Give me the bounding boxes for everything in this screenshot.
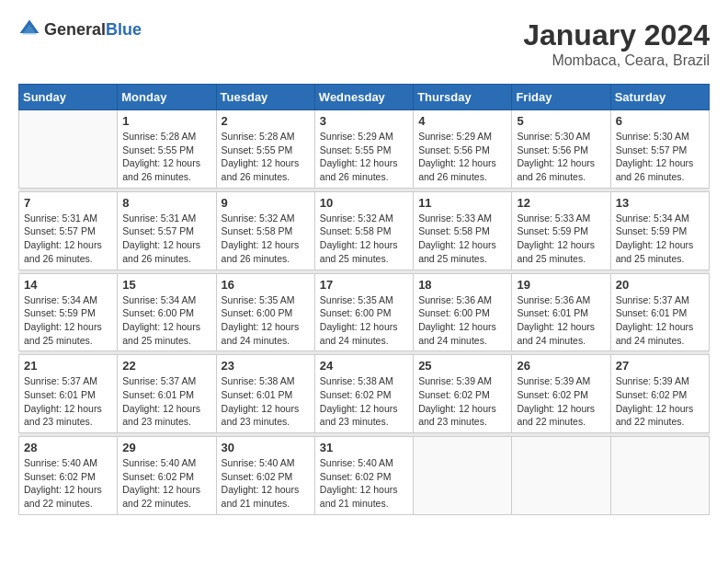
day-info: Sunrise: 5:36 AM Sunset: 6:00 PM Dayligh… xyxy=(418,293,506,348)
calendar-cell: 3Sunrise: 5:29 AM Sunset: 5:55 PM Daylig… xyxy=(314,110,413,189)
day-info: Sunrise: 5:40 AM Sunset: 6:02 PM Dayligh… xyxy=(24,456,112,511)
day-number: 15 xyxy=(122,278,210,292)
calendar-week-3: 14Sunrise: 5:34 AM Sunset: 5:59 PM Dayli… xyxy=(19,273,710,351)
day-info: Sunrise: 5:36 AM Sunset: 6:01 PM Dayligh… xyxy=(517,293,605,348)
day-number: 9 xyxy=(222,196,310,210)
day-info: Sunrise: 5:35 AM Sunset: 6:00 PM Dayligh… xyxy=(222,293,310,348)
calendar-cell: 11Sunrise: 5:33 AM Sunset: 5:58 PM Dayli… xyxy=(414,191,512,270)
calendar-cell xyxy=(414,437,512,515)
day-number: 17 xyxy=(320,278,408,292)
day-number: 11 xyxy=(418,196,506,210)
day-number: 26 xyxy=(517,359,605,373)
calendar-cell: 17Sunrise: 5:35 AM Sunset: 6:00 PM Dayli… xyxy=(314,273,413,351)
day-info: Sunrise: 5:34 AM Sunset: 5:59 PM Dayligh… xyxy=(24,293,112,348)
day-number: 29 xyxy=(122,441,210,454)
calendar-cell: 4Sunrise: 5:29 AM Sunset: 5:56 PM Daylig… xyxy=(414,110,512,189)
header-row: Sunday Monday Tuesday Wednesday Thursday… xyxy=(19,85,710,110)
calendar-cell: 15Sunrise: 5:34 AM Sunset: 6:00 PM Dayli… xyxy=(118,273,216,351)
logo-text-general: General xyxy=(44,20,106,39)
day-info: Sunrise: 5:35 AM Sunset: 6:00 PM Dayligh… xyxy=(320,293,408,348)
col-friday: Friday xyxy=(512,85,610,110)
day-number: 10 xyxy=(320,196,408,210)
calendar-cell: 30Sunrise: 5:40 AM Sunset: 6:02 PM Dayli… xyxy=(216,437,314,515)
calendar-cell: 19Sunrise: 5:36 AM Sunset: 6:01 PM Dayli… xyxy=(512,273,610,351)
calendar-week-1: 1Sunrise: 5:28 AM Sunset: 5:55 PM Daylig… xyxy=(19,110,710,189)
day-number: 1 xyxy=(122,114,210,128)
day-info: Sunrise: 5:38 AM Sunset: 6:02 PM Dayligh… xyxy=(320,374,408,429)
day-info: Sunrise: 5:28 AM Sunset: 5:55 PM Dayligh… xyxy=(122,130,210,184)
day-info: Sunrise: 5:40 AM Sunset: 6:02 PM Dayligh… xyxy=(222,456,310,511)
day-info: Sunrise: 5:34 AM Sunset: 5:59 PM Dayligh… xyxy=(616,212,704,266)
calendar-cell: 7Sunrise: 5:31 AM Sunset: 5:57 PM Daylig… xyxy=(19,191,118,270)
day-info: Sunrise: 5:40 AM Sunset: 6:02 PM Dayligh… xyxy=(320,456,408,511)
col-thursday: Thursday xyxy=(414,85,512,110)
day-info: Sunrise: 5:40 AM Sunset: 6:02 PM Dayligh… xyxy=(122,456,210,511)
day-number: 7 xyxy=(24,196,112,210)
calendar-cell: 28Sunrise: 5:40 AM Sunset: 6:02 PM Dayli… xyxy=(19,437,118,515)
col-tuesday: Tuesday xyxy=(216,85,314,110)
calendar-cell: 20Sunrise: 5:37 AM Sunset: 6:01 PM Dayli… xyxy=(610,273,709,351)
calendar-cell: 23Sunrise: 5:38 AM Sunset: 6:01 PM Dayli… xyxy=(216,355,314,433)
page-header: GeneralBlue January 2024 Mombaca, Ceara,… xyxy=(18,18,710,69)
col-monday: Monday xyxy=(118,85,216,110)
day-info: Sunrise: 5:33 AM Sunset: 5:58 PM Dayligh… xyxy=(418,212,506,266)
calendar-cell: 13Sunrise: 5:34 AM Sunset: 5:59 PM Dayli… xyxy=(610,191,709,270)
calendar-cell: 21Sunrise: 5:37 AM Sunset: 6:01 PM Dayli… xyxy=(19,355,118,433)
day-info: Sunrise: 5:28 AM Sunset: 5:55 PM Dayligh… xyxy=(222,130,310,184)
col-saturday: Saturday xyxy=(610,85,709,110)
calendar-cell: 2Sunrise: 5:28 AM Sunset: 5:55 PM Daylig… xyxy=(216,110,314,189)
day-number: 5 xyxy=(517,114,605,128)
calendar-cell: 5Sunrise: 5:30 AM Sunset: 5:56 PM Daylig… xyxy=(512,110,610,189)
day-info: Sunrise: 5:39 AM Sunset: 6:02 PM Dayligh… xyxy=(418,374,506,429)
day-info: Sunrise: 5:32 AM Sunset: 5:58 PM Dayligh… xyxy=(320,212,408,266)
calendar-cell: 14Sunrise: 5:34 AM Sunset: 5:59 PM Dayli… xyxy=(19,273,118,351)
calendar-week-4: 21Sunrise: 5:37 AM Sunset: 6:01 PM Dayli… xyxy=(19,355,710,433)
logo-text-blue: Blue xyxy=(106,20,142,39)
calendar-table: Sunday Monday Tuesday Wednesday Thursday… xyxy=(18,84,710,515)
day-number: 19 xyxy=(517,278,605,292)
day-info: Sunrise: 5:37 AM Sunset: 6:01 PM Dayligh… xyxy=(122,374,210,429)
calendar-week-2: 7Sunrise: 5:31 AM Sunset: 5:57 PM Daylig… xyxy=(19,191,710,270)
day-info: Sunrise: 5:37 AM Sunset: 6:01 PM Dayligh… xyxy=(24,374,112,429)
calendar-week-5: 28Sunrise: 5:40 AM Sunset: 6:02 PM Dayli… xyxy=(19,437,710,515)
day-info: Sunrise: 5:38 AM Sunset: 6:01 PM Dayligh… xyxy=(222,374,310,429)
day-number: 20 xyxy=(616,278,704,292)
day-number: 18 xyxy=(418,278,506,292)
day-info: Sunrise: 5:31 AM Sunset: 5:57 PM Dayligh… xyxy=(122,212,210,266)
calendar-cell: 1Sunrise: 5:28 AM Sunset: 5:55 PM Daylig… xyxy=(118,110,216,189)
day-number: 13 xyxy=(616,196,704,210)
calendar-cell: 25Sunrise: 5:39 AM Sunset: 6:02 PM Dayli… xyxy=(414,355,512,433)
day-number: 14 xyxy=(24,278,112,292)
day-number: 16 xyxy=(222,278,310,292)
calendar-cell: 27Sunrise: 5:39 AM Sunset: 6:02 PM Dayli… xyxy=(610,355,709,433)
calendar-cell: 31Sunrise: 5:40 AM Sunset: 6:02 PM Dayli… xyxy=(314,437,413,515)
calendar-cell xyxy=(19,110,118,189)
day-info: Sunrise: 5:39 AM Sunset: 6:02 PM Dayligh… xyxy=(517,374,605,429)
day-info: Sunrise: 5:39 AM Sunset: 6:02 PM Dayligh… xyxy=(616,374,704,429)
day-number: 4 xyxy=(418,114,506,128)
col-wednesday: Wednesday xyxy=(314,85,413,110)
calendar-cell: 29Sunrise: 5:40 AM Sunset: 6:02 PM Dayli… xyxy=(118,437,216,515)
calendar-header: Sunday Monday Tuesday Wednesday Thursday… xyxy=(19,85,710,110)
day-number: 22 xyxy=(122,359,210,373)
day-info: Sunrise: 5:30 AM Sunset: 5:56 PM Dayligh… xyxy=(517,130,605,184)
day-number: 3 xyxy=(320,114,408,128)
calendar-cell: 6Sunrise: 5:30 AM Sunset: 5:57 PM Daylig… xyxy=(610,110,709,189)
day-number: 25 xyxy=(418,359,506,373)
day-info: Sunrise: 5:29 AM Sunset: 5:56 PM Dayligh… xyxy=(418,130,506,184)
calendar-cell: 16Sunrise: 5:35 AM Sunset: 6:00 PM Dayli… xyxy=(216,273,314,351)
logo-icon xyxy=(18,18,40,40)
calendar-cell: 18Sunrise: 5:36 AM Sunset: 6:00 PM Dayli… xyxy=(414,273,512,351)
day-info: Sunrise: 5:33 AM Sunset: 5:59 PM Dayligh… xyxy=(517,212,605,266)
col-sunday: Sunday xyxy=(19,85,118,110)
day-info: Sunrise: 5:29 AM Sunset: 5:55 PM Dayligh… xyxy=(320,130,408,184)
calendar-cell xyxy=(512,437,610,515)
subtitle: Mombaca, Ceara, Brazil xyxy=(523,52,710,69)
calendar-cell: 9Sunrise: 5:32 AM Sunset: 5:58 PM Daylig… xyxy=(216,191,314,270)
title-block: January 2024 Mombaca, Ceara, Brazil xyxy=(523,18,710,69)
day-number: 12 xyxy=(517,196,605,210)
calendar-cell: 8Sunrise: 5:31 AM Sunset: 5:57 PM Daylig… xyxy=(118,191,216,270)
day-number: 31 xyxy=(320,441,408,454)
day-number: 2 xyxy=(222,114,310,128)
day-number: 21 xyxy=(24,359,112,373)
